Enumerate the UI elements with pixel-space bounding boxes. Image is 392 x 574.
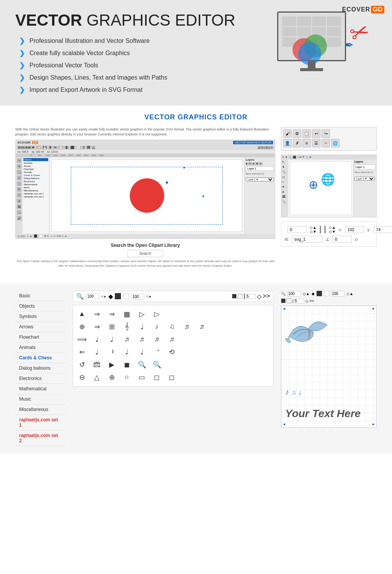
icon-cell[interactable] xyxy=(211,321,222,333)
angle-spin[interactable]: ◇ xyxy=(355,237,358,241)
zoom-spin-2[interactable]: ◇▲ xyxy=(146,295,152,298)
icon-cell[interactable]: ♩ xyxy=(136,321,148,333)
tb-btn[interactable]: 📋 xyxy=(58,146,64,149)
icon-cell[interactable]: ⇐ xyxy=(76,346,88,358)
tool-btn[interactable]: 👤 xyxy=(283,139,292,147)
icon-cell[interactable] xyxy=(241,321,253,333)
search-box[interactable]: Search xyxy=(127,250,163,257)
select-tool[interactable]: ↖ xyxy=(17,158,21,163)
tool-btn[interactable]: ↩ xyxy=(312,129,320,138)
clipart-item[interactable]: Animals xyxy=(23,171,48,174)
icon-cell[interactable] xyxy=(181,308,193,320)
tool-btn[interactable]: ↪ xyxy=(322,129,330,138)
zoom-control[interactable]: ∠ 0 ◇ 0 ◇ + xyxy=(257,146,273,149)
clipart-item[interactable]: Music xyxy=(23,186,48,189)
icon-cell[interactable]: ▦ xyxy=(121,308,132,320)
search-input-wrapper[interactable]: Search xyxy=(15,250,275,259)
zoom-spin-b[interactable]: ◇▲ xyxy=(346,292,353,296)
icon-cell[interactable] xyxy=(241,359,253,370)
layer-btn[interactable]: A xyxy=(249,162,252,165)
icon-cell[interactable]: ♬ xyxy=(151,334,163,345)
clipart-item[interactable]: Electronics xyxy=(23,180,48,183)
r-tool[interactable]: ✒ xyxy=(281,184,288,189)
icon-cell[interactable]: ○ xyxy=(121,372,132,383)
r-tool[interactable]: ✦ xyxy=(281,165,288,170)
color-box-w[interactable] xyxy=(238,294,242,298)
tb-btn[interactable]: ✂ xyxy=(53,146,57,149)
icon-cell[interactable]: ♫ xyxy=(166,321,178,333)
icon-cell[interactable]: ⇒ xyxy=(91,308,103,320)
icon-cell[interactable]: 🔍 xyxy=(151,359,163,370)
icon-cell[interactable] xyxy=(226,334,238,345)
sidebar-item-cards-chess[interactable]: Cards & Chess xyxy=(15,353,65,363)
tb-btn[interactable]: 📂 xyxy=(36,146,41,149)
tool-btn[interactable]: 🖌 xyxy=(283,129,292,138)
clipart-item[interactable]: raphaeljs.com set 1 xyxy=(23,192,48,195)
tb-btn[interactable]: △ xyxy=(91,146,95,149)
clipart-item[interactable]: Flowchart xyxy=(23,168,48,171)
spin-ctrl[interactable]: ◇▲◇▼ xyxy=(310,225,317,234)
text-tool[interactable]: A xyxy=(17,199,21,203)
nav-next-p[interactable]: >> xyxy=(310,299,314,303)
clipart-item[interactable]: raphaeljs.com set 2 xyxy=(23,195,48,198)
icon-cell[interactable] xyxy=(181,359,193,370)
icon-cell[interactable]: ⊖ xyxy=(76,372,88,383)
tb-btn[interactable]: 💾 xyxy=(42,146,47,149)
icon-cell[interactable]: 🖄 xyxy=(91,359,103,370)
icon-cell[interactable]: ◻ xyxy=(166,372,178,383)
color-selector[interactable] xyxy=(320,226,321,233)
line-tool[interactable]: ╱ xyxy=(17,193,21,197)
nav-next[interactable]: >> xyxy=(263,293,270,300)
corner-handle-bl[interactable] xyxy=(283,423,286,426)
color-drop-icon[interactable]: ◆ xyxy=(108,293,113,300)
clipart-item[interactable]: Arrows xyxy=(23,165,48,168)
spin-ctrl[interactable]: ◇▲◇▼ xyxy=(329,225,336,234)
icon-cell[interactable] xyxy=(256,334,268,345)
x-input[interactable] xyxy=(345,226,364,233)
color-box-w[interactable] xyxy=(287,298,291,303)
tb-btn[interactable]: 🗑 xyxy=(64,146,69,149)
icon-cell[interactable]: ▲ xyxy=(76,308,88,320)
zoom-spin-3[interactable]: ◇ xyxy=(257,293,261,300)
icon-cell[interactable] xyxy=(196,334,207,345)
sidebar-item-flowchart[interactable]: Flowchart xyxy=(15,332,65,342)
icon-cell[interactable]: ⊕ xyxy=(76,321,88,333)
icon-cell[interactable] xyxy=(211,372,222,383)
icon-cell[interactable]: ♬ xyxy=(166,334,178,345)
icon-cell[interactable] xyxy=(196,308,207,320)
circle-tool[interactable]: ○ xyxy=(17,181,21,186)
r-tool[interactable]: 🔍 xyxy=(281,170,288,174)
r-tools[interactable]: 🔍 ✒ xyxy=(305,156,312,159)
layer-btn[interactable]: 🗑 xyxy=(256,162,259,165)
r-tool[interactable]: ○ xyxy=(281,179,288,184)
icon-cell[interactable]: ♩ xyxy=(106,334,118,345)
tb-btn[interactable]: ⬛ xyxy=(70,146,75,149)
icon-cell[interactable]: ♬ xyxy=(136,334,148,345)
swatch-white[interactable] xyxy=(324,291,329,296)
svg-edit-btn[interactable]: SVG-Edit ▼ xyxy=(17,146,35,149)
rect-tool[interactable]: ▭ xyxy=(17,176,21,180)
icon-cell[interactable] xyxy=(211,308,222,320)
icon-cell[interactable]: ⊞ xyxy=(106,321,118,333)
icon-cell[interactable] xyxy=(166,359,178,370)
paint-tool[interactable]: 🖌 xyxy=(17,216,21,220)
clipart-item[interactable]: Symbols xyxy=(23,161,48,165)
sidebar-item-animals[interactable]: Animals xyxy=(15,342,65,353)
tb-btn[interactable]: ⬆ xyxy=(48,146,52,149)
sidebar-item-objects[interactable]: Objects xyxy=(15,301,65,311)
sidebar-item-misc[interactable]: Miscellaneous xyxy=(15,404,65,415)
layer-item[interactable]: Layer 1 xyxy=(246,166,274,171)
icon-cell[interactable]: ⟲ xyxy=(166,346,178,358)
color-swatch-black[interactable] xyxy=(115,293,121,299)
icon-cell[interactable] xyxy=(211,334,222,345)
icon-cell[interactable]: ♬ xyxy=(181,321,193,333)
icon-cell[interactable]: 𝄞 xyxy=(121,321,132,333)
r-tools[interactable]: ↖ ✦ 🔍 xyxy=(282,156,292,159)
icon-cell[interactable] xyxy=(241,372,253,383)
icon-cell[interactable] xyxy=(196,359,207,370)
icon-cell[interactable]: ↺ xyxy=(76,359,88,370)
layer-item[interactable]: Layer 1 xyxy=(354,165,376,170)
angle-input[interactable] xyxy=(333,236,352,243)
icon-cell[interactable] xyxy=(226,359,238,370)
r-tool[interactable]: 🖼 xyxy=(281,194,288,199)
